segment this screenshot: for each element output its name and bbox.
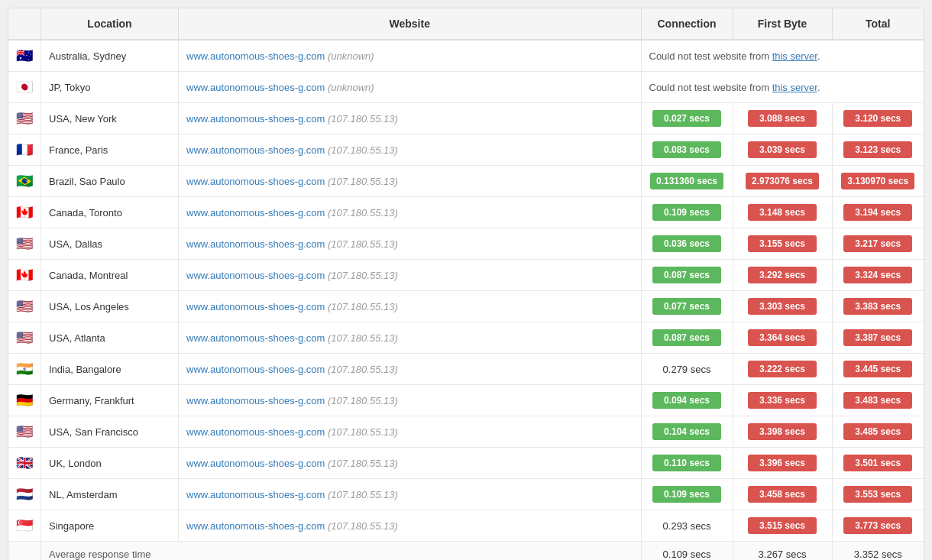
total-badge: 3.120 secs — [843, 110, 912, 127]
first-byte-cell: 3.039 secs — [733, 134, 832, 166]
first-byte-cell: 2.973076 secs — [733, 166, 832, 197]
website-url[interactable]: www.autonomous-shoes-g.com — [186, 113, 328, 125]
table-row: 🇨🇦Canada, Montrealwww.autonomous-shoes-g… — [8, 260, 924, 291]
first-byte-badge: 3.039 secs — [748, 141, 817, 158]
table-row: 🇯🇵JP, Tokyowww.autonomous-shoes-g.com (u… — [8, 72, 924, 103]
location-name: Australia, Sydney — [41, 40, 179, 72]
website-cell: www.autonomous-shoes-g.com (unknown) — [179, 72, 642, 103]
connection-badge: 0.109 secs — [652, 204, 721, 221]
flag-icon: 🇺🇸 — [16, 236, 33, 251]
flag-icon: 🇺🇸 — [16, 424, 33, 439]
flag-cell: 🇨🇦 — [8, 197, 41, 228]
location-name: Canada, Montreal — [41, 260, 179, 291]
website-cell: www.autonomous-shoes-g.com (107.180.55.1… — [179, 228, 642, 260]
connection-badge: 0.077 secs — [652, 298, 721, 315]
no-test-message: Could not test website from this server. — [641, 72, 924, 103]
total-badge: 3.217 secs — [843, 235, 912, 252]
total-badge: 3.553 secs — [843, 486, 912, 503]
location-name: Canada, Toronto — [41, 197, 179, 228]
website-url[interactable]: www.autonomous-shoes-g.com — [186, 82, 328, 93]
website-ip: (107.180.55.13) — [328, 238, 398, 250]
website-ip: (107.180.55.13) — [328, 426, 398, 438]
total-badge: 3.383 secs — [843, 298, 912, 315]
total-badge: 3.485 secs — [843, 423, 912, 440]
website-url[interactable]: www.autonomous-shoes-g.com — [186, 176, 328, 187]
website-url[interactable]: www.autonomous-shoes-g.com — [186, 458, 328, 469]
flag-icon: 🇺🇸 — [16, 330, 33, 345]
website-url[interactable]: www.autonomous-shoes-g.com — [186, 332, 328, 344]
connection-cell: 0.077 secs — [641, 291, 733, 322]
website-url[interactable]: www.autonomous-shoes-g.com — [186, 144, 328, 156]
flag-cell: 🇬🇧 — [8, 448, 41, 479]
col-website-header: Website — [179, 8, 642, 40]
website-url[interactable]: www.autonomous-shoes-g.com — [186, 301, 328, 312]
avg-flag-cell — [8, 542, 41, 561]
col-first-byte-header: First Byte — [733, 8, 832, 40]
first-byte-badge: 3.396 secs — [748, 455, 817, 471]
website-cell: www.autonomous-shoes-g.com (unknown) — [179, 40, 642, 72]
first-byte-badge: 3.303 secs — [748, 298, 817, 315]
flag-icon: 🇨🇦 — [16, 205, 33, 220]
connection-badge: 0.110 secs — [652, 455, 721, 471]
total-badge: 3.501 secs — [843, 455, 912, 471]
website-url[interactable]: www.autonomous-shoes-g.com — [186, 426, 328, 438]
table-row: 🇧🇷Brazil, Sao Paulowww.autonomous-shoes-… — [8, 166, 924, 197]
table-row: 🇩🇪Germany, Frankfurtwww.autonomous-shoes… — [8, 385, 924, 416]
first-byte-badge: 3.292 secs — [748, 267, 817, 283]
table-row: 🇺🇸USA, Dallaswww.autonomous-shoes-g.com … — [8, 228, 924, 260]
flag-cell: 🇺🇸 — [8, 228, 41, 260]
first-byte-badge: 3.155 secs — [748, 235, 817, 252]
total-cell: 3.483 secs — [832, 385, 924, 416]
col-location-header: Location — [41, 8, 179, 40]
connection-cell: 0.036 secs — [641, 228, 733, 260]
total-badge: 3.324 secs — [843, 267, 912, 283]
first-byte-cell: 3.515 secs — [733, 510, 832, 542]
total-cell: 3.485 secs — [832, 416, 924, 448]
website-url[interactable]: www.autonomous-shoes-g.com — [186, 520, 328, 532]
flag-icon: 🇦🇺 — [16, 48, 33, 63]
speed-test-table: Location Website Connection First Byte T… — [8, 8, 924, 560]
table-row: 🇺🇸USA, San Franciscowww.autonomous-shoes… — [8, 416, 924, 448]
website-ip: (107.180.55.13) — [328, 113, 398, 125]
flag-cell: 🇦🇺 — [8, 40, 41, 72]
flag-cell: 🇨🇦 — [8, 260, 41, 291]
website-ip: (107.180.55.13) — [328, 332, 398, 344]
website-cell: www.autonomous-shoes-g.com (107.180.55.1… — [179, 479, 642, 510]
average-row: Average response time 0.109 secs 3.267 s… — [8, 542, 924, 561]
flag-icon: 🇨🇦 — [16, 267, 33, 283]
total-cell: 3.383 secs — [832, 291, 924, 322]
connection-badge: 0.083 secs — [652, 141, 721, 158]
col-connection-header: Connection — [641, 8, 733, 40]
avg-label: Average response time — [41, 542, 642, 561]
connection-badge: 0.087 secs — [652, 329, 721, 346]
website-url[interactable]: www.autonomous-shoes-g.com — [186, 50, 328, 62]
total-badge: 3.773 secs — [843, 517, 912, 534]
server-link[interactable]: this server — [772, 82, 817, 93]
website-ip: (107.180.55.13) — [328, 489, 398, 500]
website-url[interactable]: www.autonomous-shoes-g.com — [186, 270, 328, 281]
total-cell: 3.130970 secs — [832, 166, 924, 197]
connection-cell: 0.087 secs — [641, 322, 733, 354]
table-row: 🇺🇸USA, Atlantawww.autonomous-shoes-g.com… — [8, 322, 924, 354]
server-link[interactable]: this server — [772, 50, 817, 62]
table-row: 🇫🇷France, Pariswww.autonomous-shoes-g.co… — [8, 134, 924, 166]
website-url[interactable]: www.autonomous-shoes-g.com — [186, 207, 328, 218]
website-url[interactable]: www.autonomous-shoes-g.com — [186, 489, 328, 500]
flag-icon: 🇯🇵 — [16, 79, 33, 95]
first-byte-badge: 3.336 secs — [748, 392, 817, 409]
website-url[interactable]: www.autonomous-shoes-g.com — [186, 238, 328, 250]
website-cell: www.autonomous-shoes-g.com (107.180.55.1… — [179, 166, 642, 197]
first-byte-cell: 3.364 secs — [733, 322, 832, 354]
flag-icon: 🇬🇧 — [16, 455, 33, 471]
website-url[interactable]: www.autonomous-shoes-g.com — [186, 364, 328, 375]
first-byte-badge: 3.398 secs — [748, 423, 817, 440]
first-byte-badge: 3.515 secs — [748, 517, 817, 534]
first-byte-cell: 3.155 secs — [733, 228, 832, 260]
website-url[interactable]: www.autonomous-shoes-g.com — [186, 395, 328, 406]
flag-icon: 🇫🇷 — [16, 142, 33, 157]
flag-icon: 🇳🇱 — [16, 487, 33, 502]
location-name: Germany, Frankfurt — [41, 385, 179, 416]
col-flag — [8, 8, 41, 40]
first-byte-cell: 3.336 secs — [733, 385, 832, 416]
flag-cell: 🇺🇸 — [8, 416, 41, 448]
